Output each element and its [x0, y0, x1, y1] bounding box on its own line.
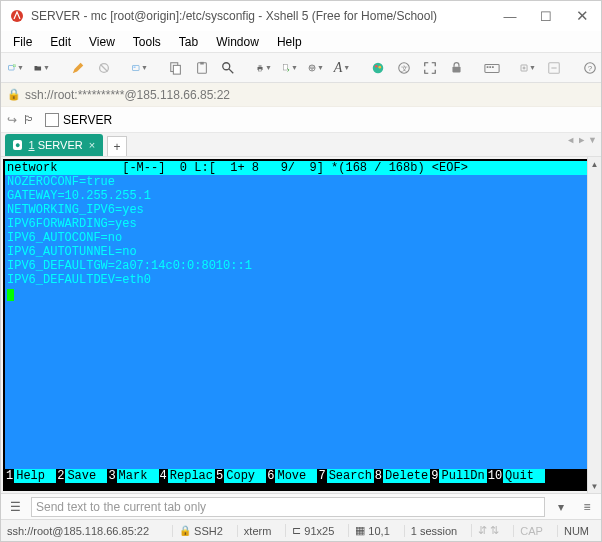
- scroll-up-icon[interactable]: ▲: [588, 157, 601, 171]
- tab-list-icon[interactable]: ▼: [588, 135, 597, 145]
- address-bar: 🔒 ssh://root:**********@185.118.66.85:22: [1, 83, 601, 107]
- minimize-button[interactable]: —: [499, 9, 521, 24]
- svg-rect-25: [492, 66, 494, 68]
- compose-menu-icon[interactable]: ≡: [577, 497, 597, 517]
- fkey-quit[interactable]: 10Quit: [487, 469, 545, 483]
- scroll-down-icon[interactable]: ▼: [588, 479, 601, 493]
- session-icon: [45, 113, 59, 127]
- svg-point-17: [375, 64, 378, 67]
- compose-toggle-icon[interactable]: ☰: [5, 497, 25, 517]
- reconnect-button[interactable]: [67, 57, 89, 79]
- tab-prev-icon[interactable]: ◄: [566, 135, 575, 145]
- status-protocol: 🔒SSH2: [172, 525, 229, 537]
- file-transfer-button[interactable]: ▼: [279, 57, 301, 79]
- lock-button[interactable]: [445, 57, 467, 79]
- menu-tab[interactable]: Tab: [171, 33, 206, 51]
- bookmark-label: SERVER: [63, 113, 112, 127]
- menu-window[interactable]: Window: [208, 33, 267, 51]
- svg-rect-21: [452, 67, 460, 73]
- palette-icon: [371, 61, 385, 75]
- svg-rect-22: [485, 64, 499, 72]
- encoding-icon: 文: [397, 61, 411, 75]
- card-icon: [132, 60, 140, 76]
- menu-view[interactable]: View: [81, 33, 123, 51]
- lock-icon: [450, 61, 463, 74]
- menu-file[interactable]: File: [5, 33, 40, 51]
- session-tab-server[interactable]: ● 1 SERVER ×: [5, 134, 103, 156]
- web-button[interactable]: ▼: [305, 57, 327, 79]
- bookmark-flag-icon[interactable]: 🏳: [23, 113, 35, 127]
- page-arrow-icon: [282, 61, 290, 75]
- tab-close-icon[interactable]: ×: [89, 139, 95, 151]
- svg-rect-24: [489, 66, 491, 68]
- status-size: ⊏ 91x25: [285, 524, 340, 537]
- editor-fkey-bar: 1Help 2Save 3Mark 4Replac 5Copy 6Move 7S…: [5, 469, 597, 483]
- menu-help[interactable]: Help: [269, 33, 310, 51]
- svg-text:?: ?: [588, 63, 593, 72]
- minus-panel-button[interactable]: [543, 57, 565, 79]
- print-button[interactable]: ▼: [253, 57, 275, 79]
- window-title: SERVER - mc [root@origin]:/etc/sysconfig…: [31, 9, 437, 23]
- ssh-lock-icon: 🔒: [7, 88, 21, 101]
- status-arrows: ⇵ ⇅: [471, 524, 505, 537]
- svg-rect-5: [134, 66, 136, 68]
- fkey-mark[interactable]: 3Mark: [107, 469, 158, 483]
- fkey-pulldn[interactable]: 9PullDn: [430, 469, 486, 483]
- color-scheme-button[interactable]: [367, 57, 389, 79]
- cursor: [7, 289, 14, 301]
- encoding-button[interactable]: 文: [393, 57, 415, 79]
- fkey-delete[interactable]: 8Delete: [374, 469, 430, 483]
- search-icon: [221, 61, 235, 75]
- copy-button[interactable]: [165, 57, 187, 79]
- folder-open-icon: [34, 60, 42, 76]
- menu-edit[interactable]: Edit: [42, 33, 79, 51]
- terminal-scrollbar[interactable]: ▲ ▼: [587, 157, 601, 493]
- font-icon: A: [334, 60, 343, 76]
- paste-icon: [195, 61, 209, 75]
- fullscreen-icon: [423, 61, 437, 75]
- font-button[interactable]: A ▼: [331, 57, 353, 79]
- menu-tools[interactable]: Tools: [125, 33, 169, 51]
- fkey-search[interactable]: 7Search: [317, 469, 373, 483]
- paste-button[interactable]: [191, 57, 213, 79]
- help-button[interactable]: ?: [579, 57, 601, 79]
- keyboard-button[interactable]: [481, 57, 503, 79]
- fullscreen-button[interactable]: [419, 57, 441, 79]
- close-button[interactable]: ✕: [571, 9, 593, 24]
- toolbar: ▼ ▼ ▼ ▼ ▼ ▼ A ▼ 文: [1, 53, 601, 83]
- fkey-move[interactable]: 6Move: [266, 469, 317, 483]
- compose-input[interactable]: Send text to the current tab only: [31, 497, 545, 517]
- terminal-area: network [-M--] 0 L:[ 1+ 8 9/ 9] *(168 / …: [1, 157, 601, 493]
- status-connection: ssh://root@185.118.66.85:22: [7, 525, 164, 537]
- fkey-help[interactable]: 1Help: [5, 469, 56, 483]
- compose-target-icon[interactable]: ▾: [551, 497, 571, 517]
- links-bar: ↪ 🏳 SERVER: [1, 107, 601, 133]
- tab-next-icon[interactable]: ►: [577, 135, 586, 145]
- address-text[interactable]: ssh://root:**********@185.118.66.85:22: [25, 88, 230, 102]
- size-icon: ⊏: [292, 524, 301, 537]
- new-session-button[interactable]: ▼: [5, 57, 27, 79]
- status-num: NUM: [557, 525, 595, 537]
- fkey-copy[interactable]: 5Copy: [215, 469, 266, 483]
- status-termtype: xterm: [237, 525, 278, 537]
- lock-icon: 🔒: [179, 525, 191, 536]
- disconnect-button[interactable]: [93, 57, 115, 79]
- plus-panel-button[interactable]: ▼: [517, 57, 539, 79]
- svg-rect-9: [200, 61, 204, 64]
- maximize-button[interactable]: ☐: [535, 9, 557, 24]
- find-button[interactable]: [217, 57, 239, 79]
- globe-icon: [308, 61, 316, 75]
- session-tabbar: ● 1 SERVER × + ◄ ► ▼: [1, 133, 601, 157]
- fkey-save[interactable]: 2Save: [56, 469, 107, 483]
- fkey-replace[interactable]: 4Replac: [159, 469, 215, 483]
- arrow-return-icon[interactable]: ↪: [7, 113, 17, 127]
- terminal[interactable]: network [-M--] 0 L:[ 1+ 8 9/ 9] *(168 / …: [3, 159, 599, 491]
- properties-button[interactable]: ▼: [129, 57, 151, 79]
- new-tab-button[interactable]: +: [107, 136, 127, 156]
- open-button[interactable]: ▼: [31, 57, 53, 79]
- svg-rect-23: [487, 66, 489, 68]
- menubar: File Edit View Tools Tab Window Help: [1, 31, 601, 53]
- keyboard-icon: [484, 61, 500, 75]
- editor-body: NOZEROCONF=true GATEWAY=10.255.255.1 NET…: [5, 175, 597, 469]
- bookmark-server[interactable]: SERVER: [41, 111, 116, 129]
